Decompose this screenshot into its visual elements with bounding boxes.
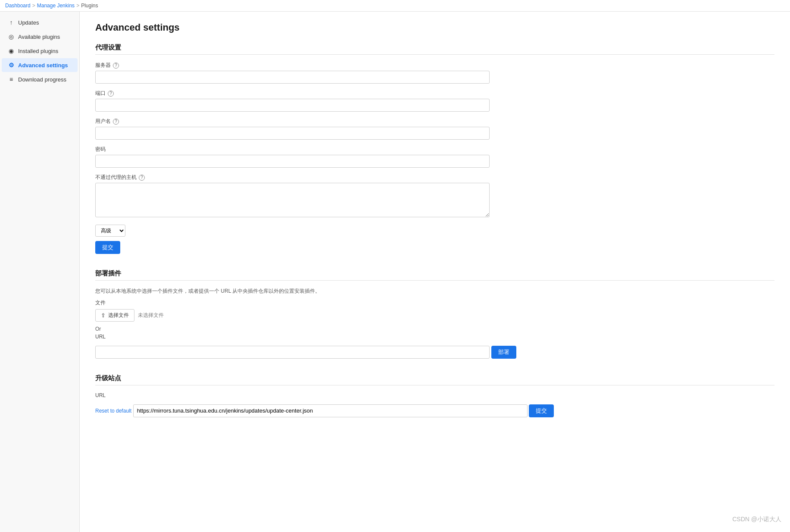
deploy-url-input[interactable] [95,346,490,359]
port-input[interactable] [95,99,490,112]
updates-icon: ↑ [8,19,15,26]
file-chooser-row: ⇧ 选择文件 未选择文件 [95,309,774,322]
update-site-url-input[interactable] [133,404,528,417]
update-site-section: 升级站点 URL Reset to default 提交 [95,374,774,417]
breadcrumb-current: Plugins [81,3,98,9]
sidebar-item-advanced-settings-label: Advanced settings [18,62,68,69]
file-label: 文件 [95,299,774,307]
breadcrumb: Dashboard > Manage Jenkins > Plugins [0,0,790,12]
choose-file-button[interactable]: ⇧ 选择文件 [95,309,134,322]
breadcrumb-sep-1: > [32,3,35,9]
sidebar-item-available-plugins[interactable]: ◎ Available plugins [2,30,78,44]
password-label: 密码 [95,146,774,153]
port-help-icon[interactable]: ? [108,91,114,97]
deploy-url-label: URL [95,334,774,340]
noproxy-field-group: 不通过代理的主机 ? [95,174,774,219]
proxy-section: 代理设置 服务器 ? 端口 ? 用户名 ? [95,44,774,254]
sidebar-item-installed-plugins[interactable]: ◉ Installed plugins [2,44,78,58]
password-field-group: 密码 [95,146,774,168]
username-field-group: 用户名 ? [95,118,774,140]
sidebar-item-advanced-settings[interactable]: ⚙ Advanced settings [2,58,78,72]
proxy-dropdown-group: 高级 [95,225,774,237]
sidebar-item-updates[interactable]: ↑ Updates [2,16,78,29]
sidebar-item-updates-label: Updates [18,19,39,26]
breadcrumb-dashboard[interactable]: Dashboard [5,3,31,9]
deploy-section: 部署插件 您可以从本地系统中选择一个插件文件，或者提供一个 URL 从中央插件仓… [95,269,774,359]
sidebar-item-available-plugins-label: Available plugins [18,34,60,40]
server-label: 服务器 ? [95,62,774,69]
upload-icon: ⇧ [101,312,106,319]
breadcrumb-sep-2: > [76,3,79,9]
sidebar-item-installed-plugins-label: Installed plugins [18,48,58,54]
reset-to-default-link[interactable]: Reset to default [95,408,131,414]
download-progress-icon: ≡ [8,76,15,83]
sidebar: ↑ Updates ◎ Available plugins ◉ Installe… [0,12,80,532]
noproxy-textarea[interactable] [95,183,490,217]
installed-plugins-icon: ◉ [8,47,15,54]
deploy-section-title: 部署插件 [95,269,774,281]
main-content: Advanced settings 代理设置 服务器 ? 端口 ? [80,12,790,532]
username-help-icon[interactable]: ? [113,119,119,125]
update-site-section-title: 升级站点 [95,374,774,385]
breadcrumb-manage-jenkins[interactable]: Manage Jenkins [37,3,75,9]
sidebar-item-download-progress[interactable]: ≡ Download progress [2,72,78,86]
deploy-button[interactable]: 部署 [491,346,516,359]
page-title: Advanced settings [95,22,774,33]
proxy-advanced-dropdown[interactable]: 高级 [95,225,125,237]
password-input[interactable] [95,155,490,168]
server-field-group: 服务器 ? [95,62,774,84]
server-help-icon[interactable]: ? [113,63,119,69]
update-site-submit-button[interactable]: 提交 [529,404,554,417]
port-field-group: 端口 ? [95,90,774,112]
noproxy-help-icon[interactable]: ? [139,175,145,181]
no-file-text: 未选择文件 [138,312,164,319]
server-input[interactable] [95,71,490,84]
noproxy-label: 不通过代理的主机 ? [95,174,774,181]
proxy-submit-button[interactable]: 提交 [95,241,120,254]
choose-file-label: 选择文件 [108,312,129,319]
update-site-url-label: URL [95,392,774,398]
username-input[interactable] [95,127,490,140]
available-plugins-icon: ◎ [8,33,15,40]
deploy-section-desc: 您可以从本地系统中选择一个插件文件，或者提供一个 URL 从中央插件仓库以外的位… [95,288,774,295]
sidebar-item-download-progress-label: Download progress [18,76,66,83]
watermark: CSDN @小诺大人 [732,516,781,523]
proxy-section-title: 代理设置 [95,44,774,55]
or-text: Or [95,326,774,332]
port-label: 端口 ? [95,90,774,97]
username-label: 用户名 ? [95,118,774,125]
advanced-settings-icon: ⚙ [8,62,15,69]
